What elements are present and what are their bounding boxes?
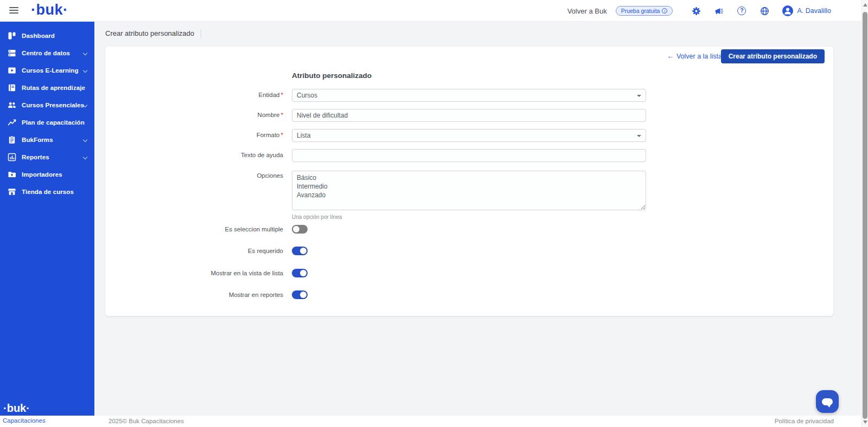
footer: Capacitaciones 2025© Buk Capacitaciones … — [0, 416, 868, 427]
sidebar-item-centro-de-datos[interactable]: Centro de datos — [0, 44, 94, 62]
copyright-text: 2025© Buk Capacitaciones — [108, 418, 184, 424]
form-card: ← Volver a la lista Crear atributo perso… — [105, 47, 833, 316]
required-asterisk: * — [281, 132, 283, 138]
chat-bubble-icon — [822, 398, 833, 405]
required-asterisk: * — [281, 92, 283, 98]
globe-icon[interactable] — [753, 7, 776, 16]
sidebar-item-cursos-elearning[interactable]: Cursos E-Learning — [0, 62, 94, 79]
es-requerido-toggle[interactable] — [292, 247, 308, 255]
brand-logo[interactable]: ·buk· — [31, 2, 68, 18]
sidebar-item-rutas-de-aprendizaje[interactable]: Rutas de aprendizaje — [0, 79, 94, 96]
sidebar-item-reportes[interactable]: Reportes — [0, 148, 94, 166]
privacy-policy-link[interactable]: Política de privacidad — [775, 418, 834, 424]
field-label: Opciones — [105, 169, 283, 179]
toggle-label: Mostrar en la vista de lista — [105, 269, 283, 277]
sidebar-item-bukforms[interactable]: BukForms — [0, 131, 94, 148]
chart-line-icon — [8, 118, 16, 127]
breadcrumb: Crear atributo personalizado — [105, 29, 201, 38]
back-to-list-link[interactable]: ← Volver a la lista — [667, 53, 722, 60]
dashboard-icon — [8, 31, 16, 40]
sidebar-item-importadores[interactable]: Importadores — [0, 166, 94, 183]
people-icon — [8, 101, 16, 109]
user-name: A. Davalillo — [797, 7, 831, 15]
toggle-knob — [300, 270, 307, 276]
mostrar-en-reportes-toggle[interactable] — [292, 290, 308, 299]
scroll-up-arrow[interactable] — [863, 3, 867, 7]
scrollbar-thumb[interactable] — [863, 12, 867, 419]
book-icon — [8, 83, 16, 92]
storefront-icon — [8, 187, 16, 196]
video-play-icon — [8, 66, 16, 75]
sidebar-item-dashboard[interactable]: Dashboard — [0, 27, 94, 44]
seleccion-multiple-toggle[interactable] — [292, 225, 308, 234]
opciones-helper-text: Una opción por línea — [292, 214, 646, 220]
caret-down-icon — [637, 95, 641, 97]
sidebar-item-plan-de-capacitacion[interactable]: Plan de capacitación — [0, 114, 94, 131]
breadcrumb-divider — [201, 29, 201, 38]
sidebar-item-cursos-presenciales[interactable]: Cursos Presenciales — [0, 96, 94, 114]
opciones-textarea[interactable]: Básico Intermedio Avanzado — [292, 171, 646, 210]
main-content: Crear atributo personalizado ← Volver a … — [94, 22, 868, 416]
toggle-knob — [293, 226, 299, 232]
info-icon: i — [662, 8, 667, 14]
texto-de-ayuda-input[interactable] — [292, 149, 646, 162]
entidad-select[interactable]: Cursos — [292, 89, 646, 102]
nombre-input[interactable] — [292, 109, 646, 122]
caret-down-icon — [637, 135, 641, 137]
form-title: Atributo personalizado — [292, 72, 372, 80]
chevron-down-icon — [83, 51, 87, 55]
chevron-down-icon — [83, 138, 87, 142]
formato-select[interactable]: Lista — [292, 129, 646, 142]
required-asterisk: * — [281, 112, 283, 118]
toggle-knob — [300, 248, 307, 254]
volver-a-buk-link[interactable]: Volver a Buk — [567, 7, 607, 15]
chevron-down-icon — [83, 68, 87, 73]
folder-upload-icon — [8, 170, 16, 179]
menu-icon[interactable] — [9, 7, 18, 14]
avatar-icon — [782, 5, 793, 16]
megaphone-icon[interactable] — [707, 7, 730, 16]
chevron-down-icon — [83, 155, 87, 159]
capacitaciones-link[interactable]: Capacitaciones — [3, 417, 46, 424]
field-label: Nombre* — [105, 109, 283, 118]
field-label: Entidad* — [105, 89, 283, 98]
field-label: Formato* — [105, 129, 283, 138]
vista-de-lista-toggle[interactable] — [292, 269, 308, 277]
header-actions: Volver a Buk Prueba gratuita i — [567, 0, 831, 22]
help-icon[interactable]: ? — [730, 7, 753, 15]
bar-chart-icon — [8, 153, 16, 161]
toggle-label: Mostrar en reportes — [105, 290, 283, 299]
app-root: ·buk· Volver a Buk Prueba gratuita i — [0, 0, 868, 427]
scrollbar — [861, 0, 868, 427]
toggle-label: Es seleccion multiple — [105, 225, 283, 234]
user-menu[interactable]: A. Davalillo — [782, 5, 831, 16]
sidebar-item-tienda-de-cursos[interactable]: Tienda de cursos — [0, 183, 94, 200]
database-icon — [8, 49, 16, 57]
chat-launcher-button[interactable] — [816, 390, 839, 413]
sidebar-brand-logo: ·buk· — [3, 402, 30, 415]
left-arrow-icon: ← — [667, 53, 674, 60]
field-label: Texto de ayuda — [105, 149, 283, 158]
toggle-knob — [300, 292, 307, 298]
clipboard-icon — [8, 135, 16, 144]
sidebar: Dashboard Centro de datos Cursos E-Learn… — [0, 22, 94, 416]
scroll-down-arrow[interactable] — [863, 420, 867, 424]
toggle-label: Es requerido — [105, 247, 283, 255]
prueba-gratuita-badge[interactable]: Prueba gratuita i — [616, 6, 673, 16]
top-header: ·buk· Volver a Buk Prueba gratuita i — [0, 0, 868, 22]
create-attribute-button[interactable]: Crear atributo personalizado — [721, 49, 825, 63]
settings-icon[interactable] — [685, 7, 707, 16]
